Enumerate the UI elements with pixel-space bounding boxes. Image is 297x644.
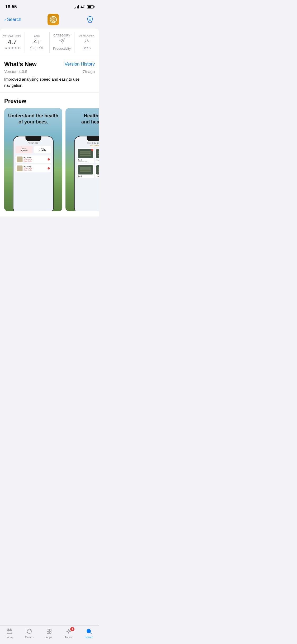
version-history-link[interactable]: Version History	[65, 62, 95, 67]
back-button[interactable]: ‹ Search	[4, 17, 21, 23]
svg-line-3	[62, 40, 63, 42]
svg-text:C: C	[52, 18, 54, 21]
rating-value: 4.7	[8, 39, 17, 45]
age-item: AGE 4+ Years Old	[25, 32, 50, 53]
main-content: 22 RATINGS 4.7 ★ ★ ★ ★ ★ AGE 4+ Years Ol…	[0, 29, 99, 217]
analyses-stats: Varroa 9,65% Brood 6 cells	[16, 146, 51, 153]
person-icon	[84, 38, 89, 45]
hive-warning-1: !	[91, 149, 93, 151]
ratings-section: 22 RATINGS 4.7 ★ ★ ★ ★ ★ AGE 4+ Years Ol…	[0, 29, 99, 56]
preview-text-2: Healthy hand healthy	[65, 113, 99, 125]
analysis-row-2: May 02 2022 Varroa: 5,43% Brood: 6 cells…	[16, 164, 51, 172]
warning-icon-2: !	[48, 167, 50, 169]
phone-notch-2	[87, 136, 99, 141]
whats-new-section: What's New Version History Version 4.0.5…	[0, 56, 99, 93]
app-icon: C	[48, 14, 59, 25]
analyses-header: ANALYSES	[16, 142, 51, 144]
preview-card-2: Healthy hand healthy KINGS CANYON ✦ EDIT…	[65, 108, 99, 211]
hive-grid: Hive 1 Updated 2022-04-11 !	[77, 148, 99, 178]
status-time: 18:55	[5, 4, 17, 10]
whats-new-header: What's New Version History	[4, 61, 95, 68]
hive-icon-1	[78, 149, 93, 158]
preview-text-1: Understand the health of your bees.	[4, 113, 62, 125]
rating-score-item: 22 RATINGS 4.7 ★ ★ ★ ★ ★	[0, 32, 25, 53]
age-label: AGE	[34, 35, 40, 38]
analysis-thumb-1	[17, 157, 23, 162]
developer-label: DEVELOPER	[79, 34, 95, 37]
hive-card-2: Hive	[95, 148, 99, 163]
version-number: Version 4.0.5	[4, 69, 27, 74]
age-sub: Years Old	[30, 46, 45, 50]
warning-icon-1: !	[48, 158, 50, 160]
svg-point-4	[86, 39, 88, 41]
varroa-stat: Varroa 9,65%	[16, 146, 33, 153]
version-row: Version 4.0.5 7h ago	[4, 69, 95, 74]
signal-icon	[74, 5, 79, 8]
age-value: 4+	[34, 39, 41, 45]
preview-title: Preview	[0, 98, 99, 108]
status-icons: 4G	[74, 5, 94, 9]
back-label: Search	[7, 17, 21, 22]
back-chevron-icon: ‹	[4, 17, 6, 23]
preview-section: Preview Understand the health of your be…	[0, 93, 99, 217]
category-item: CATEGORY Productivity	[50, 32, 74, 53]
hive-icon-4	[96, 165, 99, 174]
hive-card-1: Hive 1 Updated 2022-04-11 !	[77, 148, 94, 163]
rating-stars: ★ ★ ★ ★ ★	[5, 46, 20, 50]
analyses-list: May 11 2022 Varroa: 9,65% Brood: 6 cells…	[16, 155, 51, 172]
whats-new-description: Improved analysing speed and easy to use…	[4, 76, 95, 88]
send-icon	[59, 38, 65, 45]
preview-card-1: Understand the health of your bees. ANAL…	[4, 108, 62, 211]
category-value: Productivity	[53, 47, 71, 50]
brood-stat: Brood 6 cells	[34, 146, 51, 153]
ratings-count-label: 22 RATINGS	[3, 35, 21, 38]
nav-bar: ‹ Search C	[0, 12, 99, 29]
download-button[interactable]	[85, 15, 95, 24]
hive-card-3: Hive 3	[77, 164, 94, 178]
phone-screen-2: KINGS CANYON ✦ EDIT APIARY	[75, 136, 99, 211]
hive-icon-3	[78, 165, 93, 174]
category-label: CATEGORY	[53, 34, 70, 37]
phone-notch-1	[25, 136, 41, 141]
phone-mockup-2: KINGS CANYON ✦ EDIT APIARY	[74, 136, 99, 211]
scroll-content: 22 RATINGS 4.7 ★ ★ ★ ★ ★ AGE 4+ Years Ol…	[0, 29, 99, 240]
hive-card-4: Hive	[95, 164, 99, 178]
developer-item: DEVELOPER BeeS	[74, 32, 99, 53]
battery-icon	[87, 5, 94, 8]
app-logo-icon: C	[49, 15, 58, 24]
phone-mockup-1: ANALYSES Varroa 9,65% Brood 6	[13, 136, 54, 211]
preview-scroll[interactable]: Understand the health of your bees. ANAL…	[0, 108, 99, 217]
status-bar: 18:55 4G	[0, 0, 99, 12]
version-time: 7h ago	[83, 69, 95, 74]
network-label: 4G	[81, 5, 86, 9]
hive-icon-2	[96, 149, 99, 158]
analysis-thumb-2	[17, 165, 23, 171]
analysis-row-1: May 11 2022 Varroa: 9,65% Brood: 6 cells…	[16, 155, 51, 163]
whats-new-title: What's New	[4, 61, 37, 68]
developer-value: BeeS	[83, 46, 91, 50]
phone-screen-1: ANALYSES Varroa 9,65% Brood 6	[13, 136, 53, 211]
